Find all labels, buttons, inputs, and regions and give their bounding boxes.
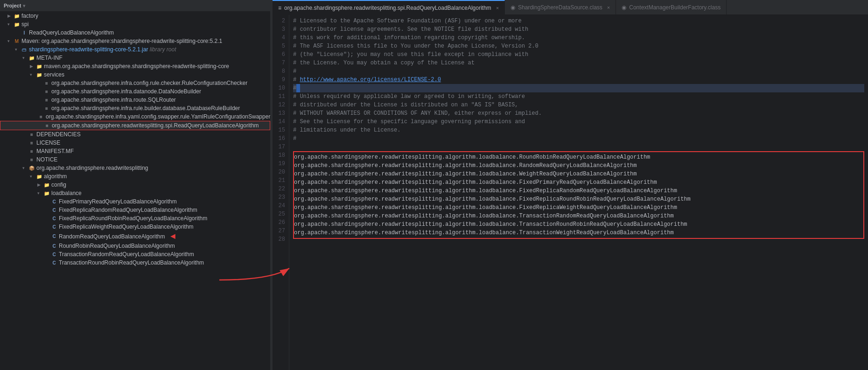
file-icon: ≡ xyxy=(28,156,35,163)
sidebar-title: Project xyxy=(4,3,21,8)
code-line-empty xyxy=(293,239,864,247)
tree-label: org.apache.shardingsphere.infra.config.r… xyxy=(51,80,247,86)
tree-item-spi[interactable]: ▾ 📁 spi xyxy=(0,20,270,28)
tree-item-config[interactable]: ▶ 📁 config xyxy=(0,181,270,189)
code-line: # http://www.apache.org/licenses/LICENSE… xyxy=(293,76,864,84)
tree-item-svc2[interactable]: ≡ org.apache.shardingsphere.infra.datano… xyxy=(0,87,270,96)
sidebar-chevron-icon[interactable]: ▾ xyxy=(23,3,25,8)
tree-item-jar[interactable]: ▾ 🗃 shardingsphere-readwrite-splitting-c… xyxy=(0,45,270,54)
tree-item-cls6[interactable]: C RoundRobinReadQueryLoadBalanceAlgorith… xyxy=(0,242,270,250)
folder-icon: 📁 xyxy=(13,21,21,28)
code-line-spi: org.apache.shardingsphere.readwritesplit… xyxy=(294,178,863,187)
class-icon: C xyxy=(50,223,58,230)
code-line: # distributed under the License is distr… xyxy=(293,101,864,109)
tree-item-cls4[interactable]: C FixedReplicaWeightReadQueryLoadBalance… xyxy=(0,223,270,231)
sidebar-tree: ▶ 📁 factory ▾ 📁 spi I ReadQueryLoadBalan… xyxy=(0,12,270,370)
tree-item-services[interactable]: ▾ 📁 services xyxy=(0,70,270,79)
code-line-empty xyxy=(293,143,864,151)
tree-item-loadbalance[interactable]: ▾ 📁 loadbalance xyxy=(0,189,270,197)
tab-file-icon: ◉ xyxy=(511,4,515,11)
tree-label: spi xyxy=(21,21,28,28)
folder-icon: 📁 xyxy=(13,12,21,20)
chevron-down-icon: ▾ xyxy=(30,72,35,77)
tree-item-rw-package[interactable]: ▾ 📦 org.apache.shardingsphere.readwrites… xyxy=(0,164,270,172)
tab-label: org.apache.shardingsphere.readwritesplit… xyxy=(284,5,491,11)
license-link[interactable]: http://www.apache.org/licenses/LICENSE-2… xyxy=(300,77,441,83)
tab-close-button[interactable]: × xyxy=(496,5,499,11)
file-icon: ≡ xyxy=(43,122,51,129)
chevron-down-icon: ▾ xyxy=(22,166,28,170)
tree-item-svc4[interactable]: ≡ org.apache.shardingsphere.infra.rule.b… xyxy=(0,104,270,112)
tab-active[interactable]: ≡ org.apache.shardingsphere.readwritespl… xyxy=(273,0,505,14)
chevron-right-icon: ▶ xyxy=(37,182,43,187)
tree-label: shardingsphere-readwrite-splitting-core-… xyxy=(29,46,148,53)
code-line-spi: org.apache.shardingsphere.readwritesplit… xyxy=(294,212,863,220)
jar-icon: 🗃 xyxy=(21,46,28,53)
tree-item-maven-inner[interactable]: ▶ 📁 maven.org.apache.shardingsphere.shar… xyxy=(0,62,270,70)
tree-item-manifest[interactable]: ≡ MANIFEST.MF xyxy=(0,147,270,155)
tree-item-cls3[interactable]: C FixedReplicaRoundRobinReadQueryLoadBal… xyxy=(0,214,270,223)
tree-label: services xyxy=(44,71,64,78)
tree-label: org.apache.shardingsphere.readwritesplit… xyxy=(36,165,148,171)
code-line: # xyxy=(293,67,864,76)
tree-label: FixedReplicaWeightReadQueryLoadBalanceAl… xyxy=(59,223,194,230)
chevron-down-icon: ▾ xyxy=(7,39,13,43)
tree-item-dependencies[interactable]: ≡ DEPENDENCIES xyxy=(0,130,270,139)
chevron-right-icon: ▶ xyxy=(7,14,13,18)
tab-close-button[interactable]: × xyxy=(607,5,610,10)
red-arrow-icon: ◄ xyxy=(168,231,177,241)
tree-label: LICENSE xyxy=(36,140,60,146)
code-line: # WITHOUT WARRANTIES OR CONDITIONS OF AN… xyxy=(293,109,864,118)
tree-item-algorithm[interactable]: ▾ 📁 algorithm xyxy=(0,172,270,181)
tree-item-svc5[interactable]: ≡ org.apache.shardingsphere.infra.yaml.c… xyxy=(0,112,270,121)
tree-label: RoundRobinReadQueryLoadBalanceAlgorithm xyxy=(59,243,175,249)
tree-item-cls2[interactable]: C FixedReplicaRandomReadQueryLoadBalance… xyxy=(0,206,270,214)
class-icon: C xyxy=(50,198,58,205)
tree-label: FixedReplicaRandomReadQueryLoadBalanceAl… xyxy=(59,207,197,213)
tree-item-svc1[interactable]: ≡ org.apache.shardingsphere.infra.config… xyxy=(0,79,270,87)
tree-item-cls5-arrow[interactable]: C RandomReadQueryLoadBalanceAlgorithm ◄ xyxy=(0,231,270,242)
code-line: # xyxy=(293,134,864,143)
tree-label: loadbalance xyxy=(51,190,82,196)
tree-item-readquery[interactable]: I ReadQueryLoadBalanceAlgorithm xyxy=(0,28,270,37)
chevron-down-icon: ▾ xyxy=(15,47,21,52)
class-icon: C xyxy=(50,233,58,240)
tree-item-factory[interactable]: ▶ 📁 factory xyxy=(0,12,270,20)
tree-label: FixedPrimaryReadQueryLoadBalanceAlgorith… xyxy=(59,198,177,205)
tree-label-sub: library root xyxy=(148,46,176,53)
tree-label: factory xyxy=(21,13,38,19)
chevron-down-icon: ▾ xyxy=(37,191,43,195)
tree-item-notice[interactable]: ≡ NOTICE xyxy=(0,155,270,164)
tab-contextmanager[interactable]: ◉ ContextManagerBuilderFactory.class xyxy=(616,0,727,14)
tree-item-license[interactable]: ≡ LICENSE xyxy=(0,139,270,147)
tree-label: MANIFEST.MF xyxy=(36,148,74,154)
folder-icon: 📁 xyxy=(28,54,35,62)
tree-item-cls8[interactable]: C TransactionRoundRobinReadQueryLoadBala… xyxy=(0,258,270,267)
tab-shardingsphere-datasource[interactable]: ◉ ShardingSphereDataSource.class × xyxy=(505,0,616,14)
tree-item-maven[interactable]: ▾ M Maven: org.apache.shardingsphere:sha… xyxy=(0,37,270,45)
code-content[interactable]: # Licensed to the Apache Software Founda… xyxy=(289,15,868,370)
class-icon: C xyxy=(50,206,58,214)
tree-item-svc3[interactable]: ≡ org.apache.shardingsphere.infra.route.… xyxy=(0,96,270,104)
class-icon: C xyxy=(50,251,58,258)
tree-label: META-INF xyxy=(36,55,63,61)
tree-label: org.apache.shardingsphere.infra.yaml.con… xyxy=(46,113,270,120)
tree-item-svc6-selected[interactable]: ≡ org.apache.shardingsphere.readwritespl… xyxy=(0,121,270,130)
chevron-down-icon: ▾ xyxy=(7,22,13,27)
tree-label: FixedReplicaRoundRobinReadQueryLoadBalan… xyxy=(59,215,207,222)
code-line-spi: org.apache.shardingsphere.readwritesplit… xyxy=(294,187,863,195)
package-icon: 📦 xyxy=(28,164,35,172)
code-line-spi: org.apache.shardingsphere.readwritesplit… xyxy=(294,161,863,170)
tree-item-cls7[interactable]: C TransactionRandomReadQueryLoadBalanceA… xyxy=(0,250,270,258)
code-line: # limitations under the License. xyxy=(293,126,864,134)
file-icon: ≡ xyxy=(28,147,35,155)
tree-item-metainf[interactable]: ▾ 📁 META-INF xyxy=(0,54,270,62)
tab-label: ShardingSphereDataSource.class xyxy=(518,4,602,11)
chevron-right-icon: ▶ xyxy=(30,64,35,69)
tree-item-cls1[interactable]: C FixedPrimaryReadQueryLoadBalanceAlgori… xyxy=(0,197,270,206)
file-icon: ≡ xyxy=(28,139,35,147)
folder-icon: 📁 xyxy=(35,71,43,78)
code-line: # this work for additional information r… xyxy=(293,34,864,42)
line-numbers: 2 3 4 5 6 7 8 9 10 11 12 13 14 15 16 17 … xyxy=(273,15,289,370)
class-icon: C xyxy=(50,259,58,266)
